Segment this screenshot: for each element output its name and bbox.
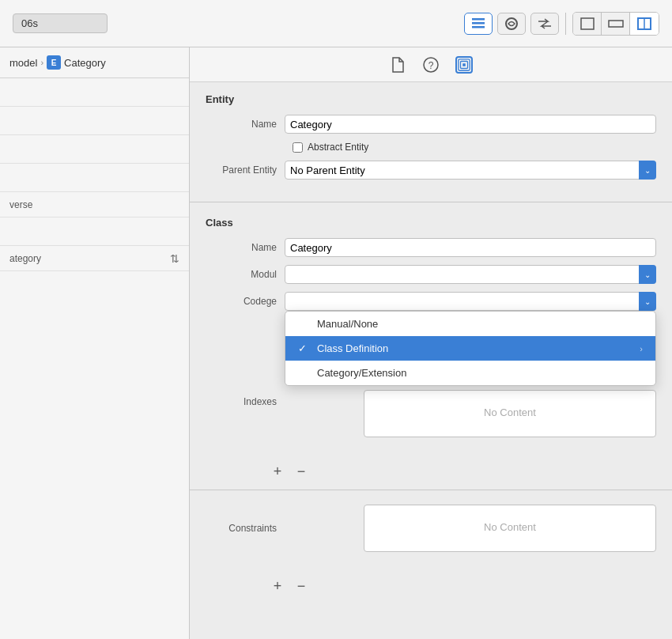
- constraints-add-button[interactable]: +: [269, 577, 286, 595]
- align-button[interactable]: [464, 13, 493, 35]
- breadcrumb-entity: Category: [64, 57, 106, 69]
- content-area: ? Entity Name Abstract Entity: [190, 47, 672, 639]
- codegen-select-wrapper: ⌄: [285, 292, 656, 311]
- layout1-button[interactable]: [573, 13, 602, 35]
- toolbar: 06s: [0, 0, 672, 47]
- svg-rect-1: [472, 22, 485, 25]
- parent-entity-label: Parent Entity: [206, 164, 285, 176]
- list-item[interactable]: [0, 107, 189, 135]
- class-name-input[interactable]: [285, 238, 656, 257]
- codegen-dropdown: Manual/None ✓ Class Definition › Categor…: [285, 311, 656, 386]
- swap-button[interactable]: [530, 13, 559, 35]
- constraints-box: No Content: [364, 505, 656, 552]
- dropdown-arrow-right-icon: ›: [640, 344, 643, 354]
- sidebar-list: verse ategory ⇅: [0, 78, 189, 639]
- class-add-button[interactable]: +: [269, 463, 286, 480]
- indexes-no-content: No Content: [364, 391, 655, 434]
- parent-entity-row: Parent Entity No Parent Entity ⌄: [206, 161, 656, 180]
- entity-class-divider: [190, 202, 672, 202]
- abstract-entity-checkbox[interactable]: [293, 142, 303, 153]
- entity-icon: E: [47, 55, 61, 70]
- inspect-icon-button[interactable]: [455, 56, 473, 74]
- main-layout: model › E Category verse ategory ⇅: [0, 47, 672, 639]
- breadcrumb: model › E Category: [0, 47, 189, 78]
- file-icon-button[interactable]: [389, 56, 406, 74]
- indexes-box: No Content: [364, 390, 656, 437]
- class-add-remove: + −: [190, 456, 672, 486]
- abstract-entity-row: Abstract Entity: [206, 142, 656, 153]
- separator: [565, 13, 566, 35]
- breadcrumb-model: model: [9, 57, 37, 69]
- toolbar-title: 06s: [13, 13, 108, 33]
- help-icon: ?: [423, 57, 439, 73]
- list-item[interactable]: [0, 164, 189, 192]
- layout3-icon: [637, 17, 651, 30]
- constraints-remove-button[interactable]: −: [293, 577, 310, 595]
- list-item[interactable]: [0, 217, 189, 246]
- svg-rect-0: [472, 18, 485, 21]
- dropdown-item-class-label: Class Definition: [317, 342, 388, 354]
- layout1-icon: [580, 17, 595, 30]
- layout3-button[interactable]: [630, 13, 659, 35]
- dropdown-item-category[interactable]: Category/Extension: [285, 361, 655, 385]
- module-select-wrapper: ⌄: [285, 265, 656, 284]
- svg-rect-2: [472, 26, 485, 28]
- toolbar-right: [464, 12, 659, 36]
- link-button[interactable]: [497, 13, 526, 35]
- help-icon-button[interactable]: ?: [422, 56, 440, 74]
- codegen-label: Codege: [206, 296, 285, 307]
- codegen-select[interactable]: [285, 292, 656, 311]
- abstract-entity-label: Abstract Entity: [308, 142, 368, 153]
- class-section-title: Class: [206, 217, 656, 229]
- sidebar: model › E Category verse ategory ⇅: [0, 47, 190, 639]
- svg-rect-12: [462, 63, 466, 66]
- entity-section: Entity Name Abstract Entity Parent Entit…: [190, 82, 672, 199]
- indexes-label: Indexes: [206, 390, 285, 407]
- parent-entity-select-wrapper: No Parent Entity ⌄: [285, 161, 656, 180]
- category-stepper[interactable]: ⇅: [170, 252, 179, 265]
- entity-section-title: Entity: [206, 93, 656, 105]
- link-icon: [504, 17, 519, 31]
- class-section: Class Name Modul ⌄ Codege: [190, 206, 672, 456]
- layout-button-group: [572, 12, 659, 36]
- svg-text:?: ?: [428, 60, 434, 71]
- constraints-label: Constraints: [206, 523, 285, 534]
- dropdown-item-class-definition[interactable]: ✓ Class Definition ›: [285, 336, 655, 361]
- dropdown-item-category-label: Category/Extension: [317, 367, 406, 379]
- sidebar-item-category[interactable]: ategory ⇅: [0, 246, 189, 271]
- module-row: Modul ⌄: [206, 265, 656, 284]
- list-item[interactable]: [0, 78, 189, 107]
- dropdown-item-manual-label: Manual/None: [317, 318, 378, 330]
- indexes-row: Indexes No Content: [206, 390, 656, 437]
- class-name-row: Name: [206, 238, 656, 257]
- check-icon: [298, 318, 311, 330]
- swap-icon: [537, 17, 553, 30]
- constraints-add-remove: + −: [190, 571, 672, 601]
- entity-name-label: Name: [206, 119, 285, 130]
- check-icon-2: [298, 367, 311, 379]
- layout2-icon: [608, 18, 624, 29]
- svg-rect-5: [609, 21, 623, 27]
- class-constraints-divider: [190, 490, 672, 490]
- sidebar-item-category-label: ategory: [9, 253, 41, 264]
- file-icon: [391, 57, 404, 73]
- parent-entity-select[interactable]: No Parent Entity: [285, 161, 656, 180]
- layout2-button[interactable]: [602, 13, 630, 35]
- module-select[interactable]: [285, 265, 656, 284]
- list-item[interactable]: [0, 135, 189, 164]
- breadcrumb-chevron: ›: [40, 58, 43, 67]
- entity-name-row: Name: [206, 115, 656, 134]
- dropdown-item-manual[interactable]: Manual/None: [285, 312, 655, 336]
- sidebar-item-verse[interactable]: verse: [0, 192, 189, 217]
- toolbar-left: 06s: [13, 13, 458, 33]
- sidebar-item-verse-label: verse: [9, 199, 32, 210]
- content-icons: ?: [190, 47, 672, 82]
- codegen-row: Codege ⌄ Manual/None ✓ Class Definition: [206, 292, 656, 311]
- constraints-section: Constraints No Content: [190, 493, 672, 571]
- class-remove-button[interactable]: −: [293, 463, 310, 480]
- class-name-label: Name: [206, 242, 285, 253]
- entity-name-input[interactable]: [285, 115, 656, 134]
- svg-rect-4: [581, 18, 594, 29]
- inspect-icon: [457, 57, 471, 73]
- svg-rect-7: [644, 18, 651, 29]
